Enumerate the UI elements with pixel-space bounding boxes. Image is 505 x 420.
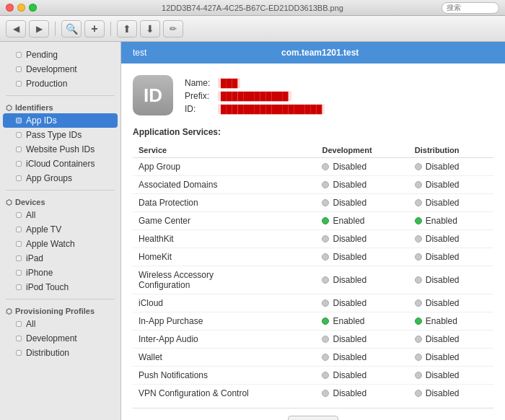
sidebar-divider	[6, 95, 115, 96]
bundle-id-label: com.team1201.test	[146, 48, 493, 58]
sidebar-item-icloud-containers[interactable]: iCloud Containers	[0, 157, 120, 171]
dev-status: Disabled	[316, 176, 408, 194]
app-id-info: ID Name: ███ Prefix: ████████████ ID: ██…	[133, 75, 493, 115]
sidebar-item-website-push-ids[interactable]: Website Push IDs	[0, 142, 120, 157]
sidebar-dot	[16, 52, 22, 58]
service-name: VPN Configuration & Control	[133, 385, 316, 403]
dev-status-label: Disabled	[333, 198, 366, 208]
dist-status: Disabled	[409, 349, 493, 367]
disabled-dot	[415, 235, 422, 242]
sidebar-item-ipod-touch[interactable]: iPod Touch	[0, 280, 120, 294]
name-value: ███	[218, 78, 240, 88]
sidebar-item-all-devices[interactable]: All	[0, 208, 120, 222]
back-button[interactable]: ◀	[6, 20, 26, 38]
provisioning-label: Provisioning Profiles	[15, 307, 95, 315]
app-id-icon: ID	[133, 75, 173, 115]
service-name: Push Notifications	[133, 367, 316, 385]
toolbar-separator2	[110, 22, 111, 36]
content-header: test com.team1201.test	[121, 42, 505, 64]
service-name: Game Center	[133, 212, 316, 230]
table-row: Wireless AccessoryConfiguration Disabled…	[133, 266, 493, 294]
sidebar-item-label: Apple Watch	[26, 239, 75, 249]
prefix-label: Prefix:	[185, 91, 214, 101]
sidebar-item-dist-profiles[interactable]: Distribution	[0, 346, 120, 360]
minimize-button[interactable]	[17, 4, 25, 12]
name-field-row: Name: ███	[185, 78, 325, 88]
dist-status-label: Disabled	[426, 334, 460, 344]
dev-status-label: Disabled	[333, 234, 366, 244]
table-row: HealthKit Disabled Disabled	[133, 230, 493, 248]
sidebar-item-label: App Groups	[26, 173, 72, 183]
dist-status: Disabled	[409, 294, 493, 312]
dist-status-label: Disabled	[426, 352, 460, 362]
sidebar-item-app-groups[interactable]: App Groups	[0, 171, 120, 185]
dist-status: Disabled	[409, 331, 493, 349]
sidebar-dot	[16, 321, 22, 327]
dev-status-label: Disabled	[333, 180, 366, 190]
titlebar: 12DD3B74-427A-4C25-B67C-ED21DD3613BB.png	[0, 0, 505, 16]
dev-status-label: Enabled	[333, 316, 364, 326]
sidebar-item-label: Website Push IDs	[26, 144, 95, 154]
dev-status: Disabled	[316, 294, 408, 312]
sidebar-item-label: All	[26, 210, 35, 220]
disabled-dot	[322, 354, 329, 361]
provisioning-header: ⬡ Provisioning Profiles	[0, 304, 120, 317]
sidebar-dot	[16, 161, 22, 167]
table-header-row: Service Development Distribution	[133, 143, 493, 158]
dist-status-label: Disabled	[426, 180, 460, 190]
col-development: Development	[316, 143, 408, 158]
dev-status: Disabled	[316, 248, 408, 266]
table-row: Inter-App Audio Disabled Disabled	[133, 331, 493, 349]
sidebar-item-label: Pending	[26, 50, 58, 60]
disabled-dot	[415, 253, 422, 261]
sidebar-item-production[interactable]: Production	[0, 76, 120, 91]
disabled-dot	[415, 199, 422, 206]
sidebar-item-development[interactable]: Development	[0, 62, 120, 76]
dev-status: Disabled	[316, 331, 408, 349]
edit-icon-button[interactable]: ✏	[163, 20, 183, 38]
col-distribution: Distribution	[409, 143, 493, 158]
sidebar: Pending Development Production ⬡ Identif…	[0, 42, 121, 420]
sidebar-item-ipad[interactable]: iPad	[0, 251, 120, 266]
table-row: Data Protection Disabled Disabled	[133, 194, 493, 212]
enabled-dot	[322, 217, 329, 224]
forward-button[interactable]: ▶	[29, 20, 49, 38]
zoom-out-button[interactable]: 🔍	[61, 20, 82, 38]
id-value: ██████████████████	[218, 104, 325, 114]
sidebar-item-label: Development	[26, 333, 77, 344]
dev-status-label: Disabled	[333, 298, 366, 308]
sidebar-item-dev-profiles[interactable]: Development	[0, 331, 120, 346]
upload-button[interactable]: ⬆	[117, 20, 137, 38]
sidebar-item-pass-type-ids[interactable]: Pass Type IDs	[0, 128, 120, 142]
app-id-icon-label: ID	[144, 84, 162, 107]
disabled-dot	[322, 163, 329, 170]
add-button[interactable]: +	[84, 20, 105, 38]
close-button[interactable]	[6, 4, 14, 12]
sidebar-dot	[16, 118, 22, 123]
service-name: HomeKit	[133, 248, 316, 266]
download-button[interactable]: ⬇	[140, 20, 160, 38]
service-name: Associated Domains	[133, 176, 316, 194]
disabled-dot	[415, 163, 422, 170]
dist-status-label: Disabled	[426, 388, 460, 398]
sidebar-item-label: iCloud Containers	[26, 159, 95, 169]
sidebar-item-pending[interactable]: Pending	[0, 48, 120, 62]
enabled-dot	[415, 318, 422, 325]
disabled-dot	[322, 199, 329, 206]
service-name: HealthKit	[133, 230, 316, 248]
sidebar-item-label: iPad	[26, 253, 43, 263]
enabled-dot	[415, 217, 422, 224]
sidebar-item-apple-watch[interactable]: Apple Watch	[0, 237, 120, 251]
window-title: 12DD3B74-427A-4C25-B67C-ED21DD3613BB.png	[162, 4, 343, 12]
search-input[interactable]	[442, 2, 499, 14]
maximize-button[interactable]	[29, 4, 37, 12]
dist-status-label: Disabled	[426, 298, 460, 308]
sidebar-item-iphone[interactable]: iPhone	[0, 266, 120, 280]
sidebar-dot	[16, 255, 22, 261]
dev-status: Disabled	[316, 194, 408, 212]
sidebar-item-app-ids[interactable]: App IDs	[3, 113, 118, 128]
disabled-dot	[322, 390, 329, 397]
sidebar-item-apple-tv[interactable]: Apple TV	[0, 222, 120, 237]
edit-button[interactable]: Edit	[288, 416, 339, 420]
sidebar-item-all-profiles[interactable]: All	[0, 317, 120, 331]
